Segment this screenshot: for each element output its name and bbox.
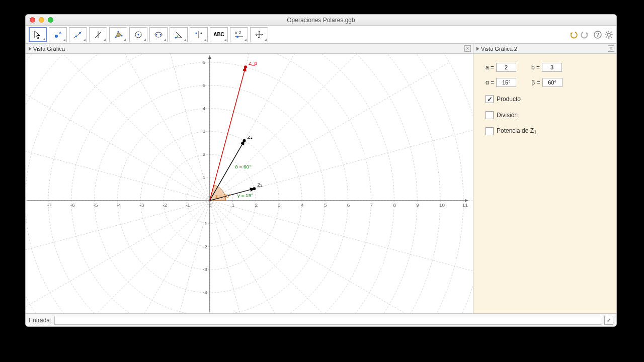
move-view-icon bbox=[255, 30, 264, 39]
panel-close-icon[interactable]: × bbox=[608, 45, 614, 52]
label-producto: Producto bbox=[497, 96, 521, 103]
svg-text:4: 4 bbox=[203, 106, 206, 111]
graphics-panel-1-header[interactable]: Vista Gráfica × bbox=[26, 44, 473, 54]
tool-move[interactable] bbox=[29, 27, 47, 42]
input-expand-icon[interactable]: ⤢ bbox=[604, 316, 613, 325]
graphics-panel-1: Vista Gráfica × -7-6-5-4-3-2-10123456789… bbox=[26, 44, 473, 313]
svg-line-48 bbox=[210, 62, 449, 201]
tool-polygon[interactable] bbox=[109, 27, 127, 42]
graphics-view-1[interactable]: -7-6-5-4-3-2-101234567891011-4-3-2-11234… bbox=[26, 54, 473, 313]
svg-point-19 bbox=[200, 32, 202, 34]
window-close-icon[interactable] bbox=[30, 17, 35, 23]
panels-area: Vista Gráfica × -7-6-5-4-3-2-10123456789… bbox=[26, 44, 616, 313]
tool-move-view[interactable] bbox=[250, 27, 268, 42]
checkbox-potencia-row: Potencia de Z1 bbox=[486, 127, 604, 135]
settings-gear-icon[interactable] bbox=[604, 30, 613, 39]
label-b: b = bbox=[531, 64, 540, 71]
svg-text:1: 1 bbox=[203, 174, 206, 180]
svg-point-22 bbox=[236, 36, 238, 38]
svg-point-45 bbox=[26, 54, 473, 313]
window-minimize-icon[interactable] bbox=[39, 17, 44, 23]
svg-text:ε = 75°: ε = 75° bbox=[215, 193, 231, 199]
tool-angle[interactable] bbox=[170, 27, 188, 42]
redo-icon[interactable] bbox=[580, 30, 589, 39]
graphics-panel-2-header[interactable]: Vista Gráfica 2 × bbox=[473, 44, 616, 54]
graphics-panel-2-title: Vista Gráfica 2 bbox=[481, 46, 517, 52]
svg-text:-1: -1 bbox=[186, 202, 190, 208]
tool-reflect[interactable] bbox=[190, 27, 208, 42]
svg-point-8 bbox=[115, 36, 116, 38]
svg-text:Z₂: Z₂ bbox=[248, 134, 253, 140]
field-b[interactable] bbox=[542, 63, 562, 72]
svg-text:γ = 15°: γ = 15° bbox=[237, 193, 253, 198]
label-a: a = bbox=[486, 64, 494, 71]
svg-line-49 bbox=[210, 54, 406, 201]
svg-text:Z_p: Z_p bbox=[249, 60, 258, 66]
text-abc-icon: ABC bbox=[213, 32, 224, 37]
svg-line-68 bbox=[210, 201, 449, 313]
window-zoom-icon[interactable] bbox=[48, 17, 53, 23]
svg-line-69 bbox=[210, 201, 473, 272]
svg-text:11: 11 bbox=[462, 202, 468, 208]
svg-text:-2: -2 bbox=[163, 202, 167, 208]
help-icon[interactable]: ? bbox=[593, 30, 602, 39]
svg-point-0 bbox=[55, 35, 58, 38]
checkbox-division[interactable] bbox=[486, 111, 494, 119]
svg-line-107 bbox=[210, 67, 246, 201]
polar-plot: -7-6-5-4-3-2-101234567891011-4-3-2-11234… bbox=[26, 54, 473, 313]
checkbox-producto[interactable] bbox=[486, 95, 494, 103]
svg-point-108 bbox=[244, 65, 247, 68]
field-beta[interactable] bbox=[542, 78, 562, 87]
svg-text:-3: -3 bbox=[203, 266, 207, 272]
tool-line[interactable] bbox=[69, 27, 87, 42]
svg-line-31 bbox=[611, 36, 612, 38]
tool-slider[interactable]: a=2 bbox=[230, 27, 248, 42]
checkbox-division-row: División bbox=[486, 111, 604, 119]
panel-close-icon[interactable]: × bbox=[464, 45, 471, 52]
svg-text:3: 3 bbox=[203, 128, 206, 134]
angle-icon bbox=[174, 30, 183, 39]
svg-marker-7 bbox=[116, 32, 122, 37]
tool-circle[interactable] bbox=[129, 27, 147, 42]
svg-point-16 bbox=[175, 37, 177, 38]
svg-text:4: 4 bbox=[301, 202, 304, 208]
svg-text:-6: -6 bbox=[70, 202, 75, 208]
field-a[interactable] bbox=[496, 63, 516, 72]
svg-line-62 bbox=[71, 201, 210, 313]
svg-text:a=2: a=2 bbox=[235, 31, 241, 34]
svg-text:δ = 60°: δ = 60° bbox=[235, 164, 251, 169]
input-bar-label: Entrada: bbox=[29, 317, 51, 324]
svg-text:5: 5 bbox=[324, 202, 327, 208]
toolbar-right: ? bbox=[569, 30, 613, 39]
input-bar: Entrada: ⤢ bbox=[26, 313, 616, 326]
svg-text:6: 6 bbox=[347, 202, 350, 208]
svg-point-9 bbox=[117, 31, 119, 32]
tool-perpendicular[interactable] bbox=[89, 27, 107, 42]
traffic-lights bbox=[30, 17, 53, 23]
reflect-icon bbox=[194, 30, 203, 39]
svg-text:2: 2 bbox=[203, 151, 206, 157]
graphics-panel-1-title: Vista Gráfica bbox=[33, 46, 65, 52]
tool-ellipse[interactable] bbox=[149, 27, 168, 42]
svg-line-55 bbox=[26, 54, 210, 201]
svg-line-66 bbox=[210, 201, 348, 313]
polygon-icon bbox=[114, 30, 123, 39]
svg-line-57 bbox=[26, 129, 210, 201]
tool-point[interactable]: A bbox=[49, 27, 67, 42]
undo-icon[interactable] bbox=[569, 30, 578, 39]
tool-text[interactable]: ABC bbox=[210, 27, 228, 42]
svg-text:9: 9 bbox=[416, 202, 419, 208]
command-input[interactable] bbox=[54, 316, 601, 325]
field-alpha[interactable] bbox=[496, 78, 516, 87]
input-a: a = bbox=[486, 63, 516, 72]
svg-line-32 bbox=[606, 36, 607, 38]
svg-line-54 bbox=[71, 54, 210, 201]
titlebar: Operaciones Polares.ggb bbox=[26, 15, 616, 26]
label-beta: β = bbox=[531, 79, 540, 86]
checkbox-potencia[interactable] bbox=[486, 127, 494, 135]
app-window: Operaciones Polares.ggb A bbox=[25, 14, 617, 327]
svg-point-43 bbox=[26, 54, 440, 313]
ellipse-icon bbox=[154, 30, 163, 39]
svg-point-12 bbox=[137, 34, 139, 35]
svg-point-44 bbox=[26, 54, 463, 313]
